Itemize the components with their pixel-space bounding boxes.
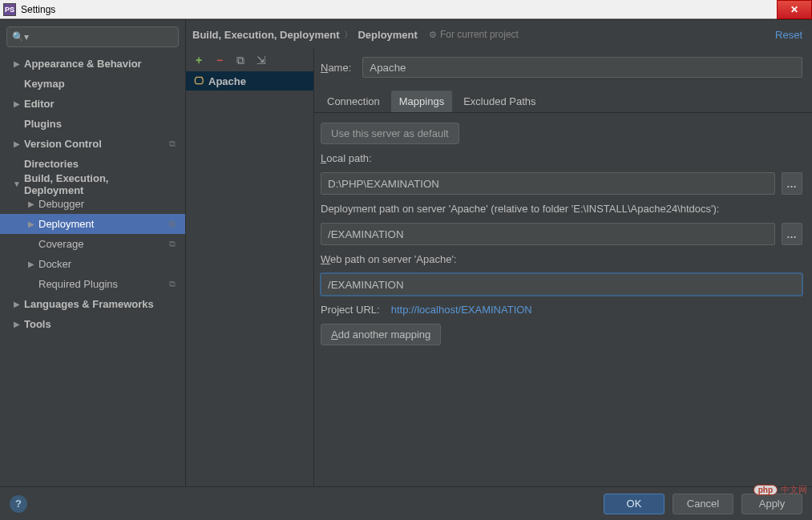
copy-server-button[interactable]: ⧉	[232, 52, 248, 68]
sidebar-item-tools[interactable]: Tools	[0, 314, 185, 334]
cancel-button[interactable]: Cancel	[673, 494, 733, 514]
window-titlebar: PS Settings ✕	[0, 0, 812, 19]
project-scope-icon: ⧉	[169, 239, 180, 249]
project-scope-icon: ⧉	[169, 219, 180, 229]
local-path-input[interactable]	[321, 172, 775, 195]
window-close-button[interactable]: ✕	[777, 0, 812, 19]
web-path-label: Web path on server 'Apache':	[321, 253, 802, 265]
app-icon: PS	[3, 3, 16, 16]
sidebar-item-label: Appearance & Behavior	[22, 58, 169, 70]
sidebar-item-coverage[interactable]: Coverage⧉	[0, 234, 185, 254]
breadcrumb-part-1[interactable]: Build, Execution, Deployment	[192, 29, 339, 41]
sidebar-item-label: Editor	[22, 98, 169, 110]
sidebar-item-required-plugins[interactable]: Required Plugins⧉	[0, 274, 185, 294]
tab-connection[interactable]: Connection	[319, 91, 388, 112]
sidebar-item-label: Docker	[37, 258, 169, 270]
chevron-right-icon	[11, 59, 22, 68]
reset-link[interactable]: Reset	[775, 29, 802, 41]
servers-toolbar: + − ⧉ ⇲	[186, 49, 313, 71]
sidebar-item-label: Keymap	[22, 78, 169, 90]
watermark: php 中文网	[753, 484, 807, 496]
local-path-label: Local path:	[321, 152, 802, 164]
breadcrumb-bar: Build, Execution, Deployment 〉 Deploymen…	[186, 20, 812, 49]
dialog-footer: ? OK Cancel Apply	[0, 486, 812, 520]
chevron-right-icon	[11, 300, 22, 308]
name-input[interactable]	[362, 57, 802, 78]
chevron-right-icon	[26, 200, 37, 208]
sidebar-item-plugins[interactable]: Plugins	[0, 114, 185, 134]
project-scope-icon: ⧉	[169, 139, 180, 149]
export-server-button[interactable]: ⇲	[253, 52, 269, 68]
sidebar-item-label: Tools	[22, 318, 169, 330]
chevron-right-icon	[11, 320, 22, 329]
scope-label: For current project	[440, 29, 519, 40]
remove-server-button[interactable]: −	[212, 52, 228, 68]
servers-panel: + − ⧉ ⇲ 🖵 Apache	[186, 49, 314, 500]
server-item-apache[interactable]: 🖵 Apache	[186, 71, 313, 91]
search-input[interactable]: 🔍▾	[6, 26, 179, 47]
project-url-label: Project URL:	[321, 304, 380, 316]
sidebar-item-directories[interactable]: Directories	[0, 154, 185, 174]
server-item-label: Apache	[208, 75, 246, 87]
project-scope-icon: ⧉	[169, 279, 180, 289]
watermark-text: 中文网	[781, 484, 807, 496]
breadcrumb-part-2[interactable]: Deployment	[358, 29, 417, 41]
chevron-right-icon: 〉	[344, 29, 353, 41]
apply-button[interactable]: Apply	[741, 494, 802, 514]
deployment-form: Name: Connection Mappings Excluded Paths…	[314, 49, 812, 500]
sidebar-item-label: Version Control	[22, 138, 169, 150]
settings-sidebar: 🔍▾ Appearance & BehaviorKeymapEditorPlug…	[0, 20, 186, 500]
sidebar-item-label: Coverage	[37, 238, 169, 250]
name-label: Name:	[321, 62, 351, 74]
server-icon: 🖵	[194, 75, 204, 87]
chevron-down-icon	[11, 179, 22, 188]
sidebar-item-label: Required Plugins	[37, 278, 169, 290]
close-icon: ✕	[790, 4, 798, 15]
sidebar-item-appearance-behavior[interactable]: Appearance & Behavior	[0, 54, 185, 74]
help-button[interactable]: ?	[10, 495, 27, 513]
sidebar-item-deployment[interactable]: Deployment⧉	[0, 214, 185, 234]
chevron-right-icon	[26, 220, 37, 228]
sidebar-item-label: Deployment	[37, 218, 169, 230]
gear-icon: ⚙	[429, 30, 437, 40]
search-icon: 🔍▾	[12, 31, 29, 42]
local-path-browse-button[interactable]: …	[782, 172, 802, 195]
window-title: Settings	[21, 4, 55, 15]
tabs: Connection Mappings Excluded Paths	[314, 86, 812, 113]
use-as-default-button[interactable]: Use this server as default	[321, 123, 459, 144]
sidebar-item-label: Debugger	[37, 198, 169, 210]
sidebar-item-keymap[interactable]: Keymap	[0, 74, 185, 94]
servers-list[interactable]: 🖵 Apache	[186, 71, 313, 500]
sidebar-item-editor[interactable]: Editor	[0, 94, 185, 114]
deployment-path-input[interactable]	[321, 223, 775, 245]
watermark-badge: php	[753, 485, 778, 495]
sidebar-item-build-execution-deployment[interactable]: Build, Execution, Deployment	[0, 174, 185, 194]
tab-excluded[interactable]: Excluded Paths	[455, 91, 543, 112]
web-path-input[interactable]	[321, 273, 802, 296]
sidebar-item-label: Build, Execution, Deployment	[22, 172, 169, 196]
sidebar-item-version-control[interactable]: Version Control⧉	[0, 134, 185, 154]
chevron-right-icon	[11, 139, 22, 148]
deployment-path-label: Deployment path on server 'Apache' (rela…	[321, 203, 802, 215]
add-mapping-button[interactable]: Add another mapping	[321, 324, 441, 345]
chevron-right-icon	[26, 260, 37, 268]
chevron-right-icon	[11, 99, 22, 108]
ok-button[interactable]: OK	[604, 494, 665, 514]
deployment-path-browse-button[interactable]: …	[782, 223, 802, 245]
tab-mappings[interactable]: Mappings	[391, 91, 452, 112]
sidebar-item-label: Directories	[22, 158, 169, 170]
settings-tree[interactable]: Appearance & BehaviorKeymapEditorPlugins…	[0, 54, 185, 500]
sidebar-item-languages-frameworks[interactable]: Languages & Frameworks	[0, 294, 185, 314]
sidebar-item-label: Languages & Frameworks	[22, 298, 169, 310]
sidebar-item-label: Plugins	[22, 118, 169, 130]
project-url-link[interactable]: http://localhost/EXAMINATION	[391, 304, 532, 316]
add-server-button[interactable]: +	[191, 52, 207, 68]
sidebar-item-docker[interactable]: Docker	[0, 254, 185, 274]
sidebar-item-debugger[interactable]: Debugger	[0, 194, 185, 214]
